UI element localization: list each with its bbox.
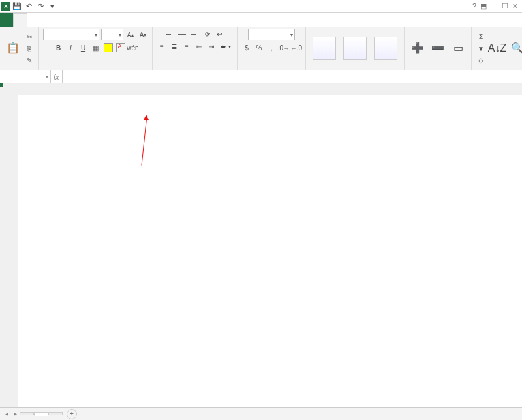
align-right-icon[interactable]: ≡ <box>181 41 192 52</box>
find-icon: 🔍 <box>511 42 522 55</box>
group-editing: Σ ▼ ◇ A↓Z 🔍 <box>472 27 522 70</box>
select-all-button[interactable] <box>0 83 18 95</box>
fill-color-button[interactable] <box>103 42 114 53</box>
sort-icon: A↓Z <box>491 42 504 55</box>
paste-button[interactable]: 📋 <box>4 40 22 57</box>
tab-data[interactable] <box>67 13 80 27</box>
sheet-tab-sheet2[interactable] <box>48 412 63 415</box>
cell-styles-button[interactable] <box>371 35 400 63</box>
increase-font-icon[interactable]: A▴ <box>125 29 136 40</box>
decrease-decimal-icon[interactable]: ←.0 <box>291 42 301 53</box>
font-size-select[interactable] <box>101 29 123 40</box>
merge-center-button[interactable]: ⬌▾ <box>219 42 233 51</box>
tab-page-layout[interactable] <box>40 13 54 27</box>
help-icon[interactable]: ? <box>472 2 476 10</box>
number-format-select[interactable] <box>248 29 295 40</box>
align-bottom-icon[interactable] <box>190 29 200 39</box>
italic-button[interactable]: I <box>66 42 76 53</box>
align-middle-icon[interactable] <box>177 29 188 39</box>
group-number: $ % , .0→ ←.0 <box>238 27 306 70</box>
decrease-indent-icon[interactable]: ⇤ <box>194 41 204 52</box>
cell-styles-icon <box>374 37 397 60</box>
autosum-icon[interactable]: Σ <box>476 32 486 42</box>
ribbon-options-icon[interactable]: ⬒ <box>480 2 487 10</box>
redo-icon[interactable]: ↷ <box>35 1 46 12</box>
insert-cells-button[interactable]: ➕ <box>408 40 427 57</box>
delete-icon: ➖ <box>431 42 444 55</box>
decrease-font-icon[interactable]: A▾ <box>138 29 148 40</box>
group-cells-label <box>408 68 467 69</box>
name-box[interactable] <box>0 70 51 83</box>
formula-bar: fx <box>0 70 522 83</box>
maximize-icon[interactable]: ☐ <box>502 2 508 10</box>
tab-powerpivot[interactable] <box>119 13 132 27</box>
border-button[interactable]: ▦ <box>91 42 101 53</box>
merge-icon: ⬌ <box>221 43 226 50</box>
sort-filter-button[interactable]: A↓Z <box>488 40 506 57</box>
font-name-select[interactable] <box>43 29 99 40</box>
group-alignment: ⟳ ↩ ≡ ≣ ≡ ⇤ ⇥ ⬌▾ <box>153 27 238 70</box>
undo-icon[interactable]: ↶ <box>23 1 34 12</box>
increase-indent-icon[interactable]: ⇥ <box>206 41 217 52</box>
font-color-button[interactable] <box>115 42 126 53</box>
tab-view[interactable] <box>93 13 106 27</box>
column-headers[interactable] <box>18 83 522 95</box>
increase-decimal-icon[interactable]: .0→ <box>279 42 289 53</box>
group-font-label <box>43 68 148 69</box>
minimize-icon[interactable]: — <box>491 2 498 10</box>
conditional-format-icon <box>313 37 336 60</box>
format-cells-button[interactable]: ▭ <box>449 40 467 57</box>
sheet-nav-next-icon[interactable]: ▸ <box>11 410 20 417</box>
title-bar: X 💾 ↶ ↷ ▾ ? ⬒ — ☐ ✕ <box>0 0 522 13</box>
copy-icon[interactable]: ⎘ <box>24 44 35 54</box>
sheet-tab-sheet4[interactable] <box>34 412 48 416</box>
format-icon: ▭ <box>452 42 465 55</box>
fx-icon[interactable]: fx <box>54 73 59 81</box>
cells-area[interactable] <box>18 95 522 407</box>
group-styles <box>306 27 405 70</box>
formula-input[interactable] <box>63 70 522 83</box>
format-as-table-button[interactable] <box>341 35 369 63</box>
align-center-icon[interactable]: ≣ <box>169 41 179 52</box>
cut-icon[interactable]: ✂ <box>24 32 35 42</box>
fill-icon[interactable]: ▼ <box>476 44 486 54</box>
ribbon: 📋 ✂ ⎘ ✎ A▴ A▾ B I U ▦ <box>0 27 522 70</box>
clear-icon[interactable]: ◇ <box>476 55 486 66</box>
currency-icon[interactable]: $ <box>241 42 252 53</box>
spreadsheet-grid[interactable] <box>0 83 522 407</box>
tab-developer[interactable] <box>106 13 119 27</box>
tab-formulas[interactable] <box>54 13 67 27</box>
ribbon-tabs <box>0 13 522 27</box>
delete-cells-button[interactable]: ➖ <box>429 40 447 57</box>
tab-review[interactable] <box>80 13 93 27</box>
bold-button[interactable]: B <box>54 42 64 53</box>
underline-button[interactable]: U <box>78 42 89 53</box>
paste-icon: 📋 <box>7 42 20 55</box>
sheet-nav-prev-icon[interactable]: ◂ <box>3 410 11 417</box>
phonetic-button[interactable]: wén <box>128 42 138 53</box>
wrap-text-button[interactable]: ↩ <box>215 30 225 38</box>
conditional-format-button[interactable] <box>310 35 339 63</box>
find-select-button[interactable]: 🔍 <box>508 40 522 57</box>
percent-icon[interactable]: % <box>254 42 264 53</box>
tab-file[interactable] <box>0 13 13 27</box>
tab-insert[interactable] <box>27 13 40 27</box>
excel-icon: X <box>1 2 10 11</box>
align-left-icon[interactable]: ≡ <box>157 41 167 52</box>
close-icon[interactable]: ✕ <box>512 2 518 10</box>
insert-icon: ➕ <box>411 42 424 55</box>
new-sheet-button[interactable]: + <box>67 409 77 419</box>
row-headers[interactable] <box>0 95 18 407</box>
orientation-icon[interactable]: ⟳ <box>202 29 213 39</box>
tab-home[interactable] <box>13 13 27 27</box>
sheet-tab-bar: ◂ ▸ + <box>0 407 522 420</box>
save-icon[interactable]: 💾 <box>12 1 22 12</box>
align-top-icon[interactable] <box>165 29 176 39</box>
group-alignment-label <box>157 68 233 69</box>
group-clipboard-label <box>4 68 35 69</box>
qat-dropdown-icon[interactable]: ▾ <box>47 1 57 12</box>
comma-icon[interactable]: , <box>266 42 277 53</box>
group-styles-label <box>310 68 400 69</box>
format-painter-icon[interactable]: ✎ <box>24 55 35 66</box>
sheet-tab-sheet1[interactable] <box>20 412 34 415</box>
